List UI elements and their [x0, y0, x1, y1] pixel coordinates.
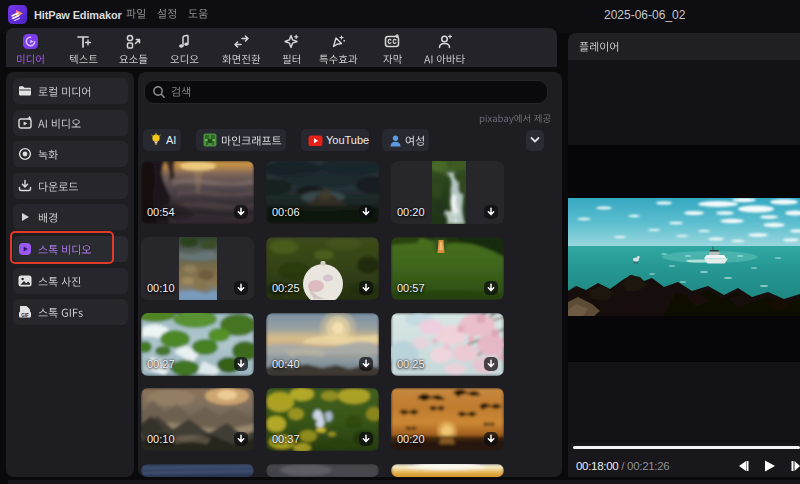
svg-text:GIF: GIF [21, 313, 29, 318]
